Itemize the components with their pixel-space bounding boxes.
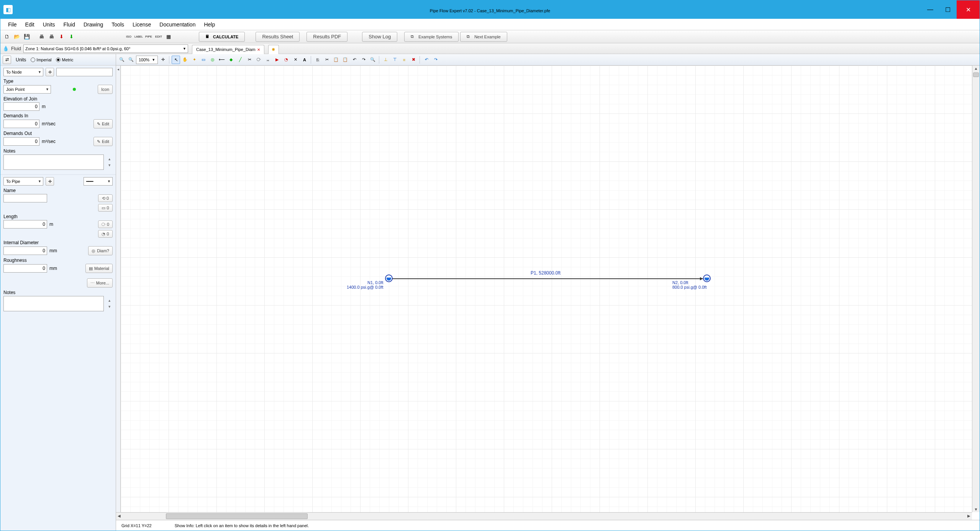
more-button[interactable]: ⋯More... [87, 278, 113, 288]
demands-in-edit-button[interactable]: ✎Edit [93, 119, 113, 128]
zoom-select[interactable]: 100%▼ [136, 56, 158, 64]
menu-fluid[interactable]: Fluid [60, 20, 79, 29]
node-type-select[interactable]: Join Point▼ [3, 85, 51, 94]
zoom-in-icon[interactable]: 🔍 [127, 56, 135, 64]
export-pdf-icon[interactable]: ⬇ [57, 33, 66, 41]
node-notes-input[interactable] [3, 155, 104, 170]
pipe-target-icon[interactable]: ✛ [46, 177, 54, 186]
menu-documentation[interactable]: Documentation [156, 20, 199, 29]
fitting-count-1[interactable]: ⟲0 [98, 194, 113, 202]
pump-tool[interactable]: ⧂ [254, 56, 263, 64]
undo-icon[interactable]: ↶ [422, 56, 431, 64]
vertical-scrollbar[interactable]: ▲ ▼ [972, 66, 980, 512]
notes-scroller[interactable]: ▲▼ [106, 298, 113, 310]
length-input[interactable]: 0 [3, 220, 47, 229]
pipe-pattern-select[interactable]: ━━━▼ [84, 177, 113, 186]
paste-special-icon[interactable]: 📋 [341, 56, 349, 64]
menu-tools[interactable]: Tools [108, 20, 128, 29]
node-target-icon[interactable]: ✛ [46, 68, 54, 76]
edit-view-icon[interactable]: EDIT [154, 33, 163, 41]
notes-scroller[interactable]: ▲▼ [106, 156, 113, 168]
show-log-button[interactable]: Show Log [362, 32, 397, 42]
vscroll-thumb[interactable] [973, 72, 979, 77]
add-tank-tool[interactable]: ▭ [199, 56, 208, 64]
rotate-left-icon[interactable]: ↶ [350, 56, 359, 64]
pointer-tool[interactable]: ↖ [172, 56, 180, 64]
demands-out-edit-button[interactable]: ✎Edit [93, 137, 113, 146]
add-end-tool[interactable]: ⟵ [218, 56, 226, 64]
close-button[interactable]: ✕ [957, 0, 980, 19]
menu-help[interactable]: Help [200, 20, 219, 29]
align-2-icon[interactable]: ⊤ [391, 56, 399, 64]
text-tool[interactable]: A [300, 56, 309, 64]
horizontal-scrollbar[interactable]: ◀ ▶ [116, 512, 972, 520]
align-3-icon[interactable]: ≡ [400, 56, 408, 64]
fitting-count-2[interactable]: ▭0 [98, 204, 113, 212]
pan-tool[interactable]: ✋ [181, 56, 189, 64]
demands-out-input[interactable]: 0 [3, 137, 39, 146]
redo-icon[interactable]: ↷ [431, 56, 440, 64]
menu-edit[interactable]: Edit [21, 20, 38, 29]
pipe-notes-input[interactable] [3, 296, 104, 311]
scroll-up-arrow-icon[interactable]: ▲ [972, 66, 980, 71]
results-pdf-button[interactable]: Results PDF [306, 32, 347, 42]
export-icon[interactable]: ⬇ [67, 33, 75, 41]
roughness-input[interactable]: 0 [3, 264, 47, 273]
paste-icon[interactable]: 📋 [332, 56, 340, 64]
results-sheet-button[interactable]: Results Sheet [256, 32, 300, 42]
fitting-count-4[interactable]: ◔0 [98, 230, 113, 238]
meter-tool[interactable]: ◔ [282, 56, 290, 64]
menu-drawing[interactable]: Drawing [80, 20, 107, 29]
valve-tool[interactable]: ⨝ [264, 56, 272, 64]
close-tab-icon[interactable]: ✕ [257, 48, 260, 52]
scroll-down-arrow-icon[interactable]: ▼ [972, 507, 980, 511]
open-file-icon[interactable]: 📂 [13, 33, 21, 41]
diameter-button[interactable]: ◎Diam? [88, 246, 113, 255]
node-n1[interactable] [385, 275, 393, 282]
draw-pipe-tool[interactable]: ╱ [236, 56, 244, 64]
menu-units[interactable]: Units [39, 20, 59, 29]
zoom-out-icon[interactable]: 🔍 [118, 56, 126, 64]
iso-view-icon[interactable]: ISO [125, 33, 133, 41]
scroll-left-arrow-icon[interactable]: ◀ [118, 514, 121, 518]
material-button[interactable]: ▤Material [85, 264, 113, 273]
scroll-right-arrow-icon[interactable]: ▶ [967, 514, 970, 518]
menu-file[interactable]: File [4, 20, 21, 29]
units-toggle-icon[interactable]: ⇄ [3, 56, 11, 64]
grid-view-icon[interactable]: ▦ [164, 33, 173, 41]
pipe-p1[interactable] [389, 278, 703, 279]
drawing-canvas[interactable]: P1, 528000.0ft N1, 0.0ft 1400.0 psi.g@ 0… [121, 66, 972, 512]
maximize-button[interactable]: ☐ [939, 0, 957, 19]
internal-diameter-input[interactable]: 0 [3, 247, 47, 255]
label-view-icon[interactable]: LABEL [134, 33, 143, 41]
find-icon[interactable]: 🔍 [369, 56, 377, 64]
copy-icon[interactable]: ⎘ [313, 56, 322, 64]
panel-collapse-handle[interactable]: ◂ [116, 66, 121, 512]
hscroll-thumb[interactable] [166, 513, 308, 519]
new-tab-button[interactable]: ✺ [268, 45, 279, 54]
menu-license[interactable]: License [129, 20, 155, 29]
node-icon-button[interactable]: Icon [98, 85, 113, 94]
align-1-icon[interactable]: ⊥ [382, 56, 390, 64]
pipe-view-icon[interactable]: PIPE [144, 33, 153, 41]
demands-in-input[interactable]: 0 [3, 120, 39, 128]
example-systems-button[interactable]: ⧉Example Systems [404, 32, 459, 42]
imperial-radio[interactable]: Imperial [31, 58, 51, 62]
control-valve-tool[interactable]: ▶ [273, 56, 281, 64]
zoom-fit-icon[interactable]: ✛ [159, 56, 167, 64]
pipe-selector[interactable]: To Pipe▼ [3, 177, 43, 186]
elevation-input[interactable]: 0 [3, 102, 39, 111]
break-pipe-tool[interactable]: ✂ [245, 56, 254, 64]
minimize-button[interactable]: — [921, 0, 939, 19]
next-example-button[interactable]: ⧉Next Example [460, 32, 507, 42]
rotate-right-icon[interactable]: ↷ [359, 56, 368, 64]
pipe-name-input[interactable] [3, 194, 47, 202]
save-file-icon[interactable]: 💾 [23, 33, 31, 41]
add-reservoir-tool[interactable]: ◎ [208, 56, 217, 64]
add-point-tool[interactable]: ◆ [227, 56, 235, 64]
node-selector[interactable]: To Node▼ [3, 68, 43, 76]
fitting-count-3[interactable]: ⧂0 [98, 220, 113, 228]
fluid-zone-select[interactable]: Zone 1: Natural Gas SG=0.6 [0.046 lb/ft³… [23, 44, 188, 53]
new-file-icon[interactable]: 🗋 [3, 33, 11, 41]
node-id-input[interactable] [56, 68, 113, 76]
